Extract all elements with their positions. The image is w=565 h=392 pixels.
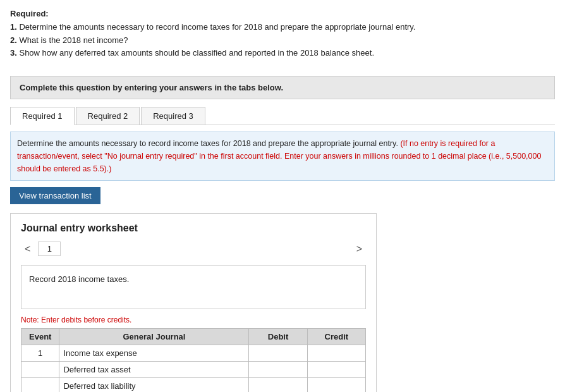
description-box: Determine the amounts necessary to recor…	[10, 132, 555, 181]
item-1-text: Determine the amounts necessary to recor…	[19, 22, 415, 32]
credit-cell-2[interactable]	[307, 362, 365, 378]
tab-required-1[interactable]: Required 1	[10, 107, 75, 125]
col-debit: Debit	[249, 329, 307, 345]
description-main: Determine the amounts necessary to recor…	[17, 139, 398, 148]
nav-left-arrow[interactable]: <	[21, 242, 34, 256]
required-label: Required:	[10, 9, 49, 18]
item-3-number: 3.	[10, 48, 17, 58]
event-cell-3	[21, 378, 59, 392]
col-credit: Credit	[307, 329, 365, 345]
general-journal-cell-3: Deferred tax liability	[59, 378, 249, 392]
journal-table: Event General Journal Debit Credit 1 Inc…	[21, 328, 366, 392]
tab-required-3[interactable]: Required 3	[141, 107, 205, 125]
item-3-text: Show how any deferred tax amounts should…	[19, 48, 374, 58]
debit-cell-3[interactable]	[249, 378, 307, 392]
worksheet-title: Journal entry worksheet	[21, 223, 366, 234]
debit-cell-1[interactable]	[249, 345, 307, 362]
credit-input-2[interactable]	[312, 365, 361, 374]
note-text: Note: Enter debits before credits.	[21, 315, 366, 324]
view-transaction-button[interactable]: View transaction list	[10, 187, 100, 204]
credit-cell-1[interactable]	[307, 345, 365, 362]
col-event: Event	[21, 329, 59, 345]
event-cell-2	[21, 362, 59, 378]
record-box: Record 2018 income taxes.	[21, 265, 366, 309]
nav-page: 1	[38, 242, 61, 256]
general-journal-cell-1: Income tax expense	[59, 345, 249, 362]
instruction-text: Complete this question by entering your …	[20, 83, 283, 92]
tabs-row: Required 1 Required 2 Required 3	[10, 107, 555, 125]
tab-required-2[interactable]: Required 2	[76, 107, 140, 125]
nav-row: < 1 >	[21, 242, 366, 256]
record-label: Record 2018 income taxes.	[29, 274, 129, 284]
required-header: Required: 1. Determine the amounts neces…	[10, 8, 555, 60]
item-2-text: What is the 2018 net income?	[19, 35, 128, 45]
credit-input-3[interactable]	[312, 381, 361, 391]
worksheet-container: Journal entry worksheet < 1 > Record 201…	[10, 213, 377, 392]
debit-input-1[interactable]	[253, 348, 303, 358]
instruction-box: Complete this question by entering your …	[10, 76, 555, 99]
item-2-number: 2.	[10, 35, 17, 45]
general-journal-cell-2: Deferred tax asset	[59, 362, 249, 378]
col-general-journal: General Journal	[59, 329, 249, 345]
credit-input-1[interactable]	[312, 348, 361, 358]
item-1-number: 1.	[10, 22, 17, 32]
table-row: Deferred tax asset	[21, 362, 366, 378]
table-row: 1 Income tax expense	[21, 345, 366, 362]
debit-input-2[interactable]	[253, 365, 303, 374]
table-row: Deferred tax liability	[21, 378, 366, 392]
event-cell-1: 1	[21, 345, 59, 362]
credit-cell-3[interactable]	[307, 378, 365, 392]
debit-cell-2[interactable]	[249, 362, 307, 378]
debit-input-3[interactable]	[253, 381, 303, 391]
nav-right-arrow[interactable]: >	[353, 242, 366, 256]
